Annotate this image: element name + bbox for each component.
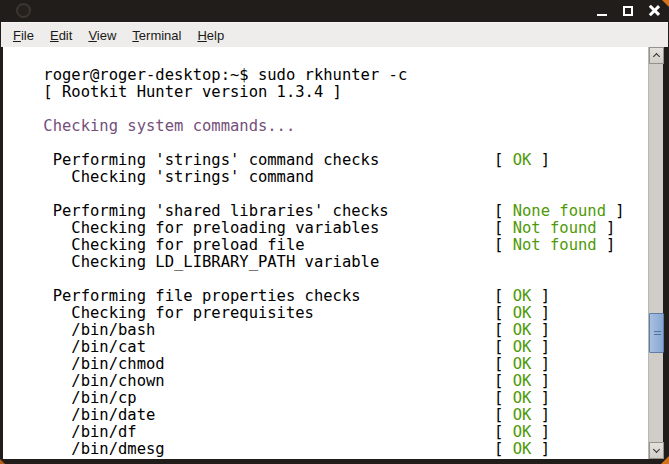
menubar: File Edit View Terminal Help <box>1 22 668 47</box>
terminal-line: /bin/dmesg [ OK ] <box>6 424 648 441</box>
terminal-line: /bin/cp [ OK ] <box>6 373 648 390</box>
bracket-close: ] <box>531 338 550 356</box>
bracket-close: ] <box>606 202 625 220</box>
menu-view[interactable]: View <box>80 25 124 46</box>
status-badge: [ OK ] <box>494 305 550 322</box>
bracket-open: [ <box>494 219 513 237</box>
status-badge: [ OK ] <box>494 424 550 441</box>
status-value: OK <box>513 423 532 441</box>
maximize-icon <box>623 6 633 16</box>
bracket-open: [ <box>494 304 513 322</box>
minimize-icon <box>597 14 607 16</box>
status-badge: [ Not found ] <box>494 237 615 254</box>
menu-help[interactable]: Help <box>189 25 232 46</box>
status-badge: [ Not found ] <box>494 220 615 237</box>
bracket-close: ] <box>531 389 550 407</box>
bracket-open: [ <box>494 338 513 356</box>
status-badge: [ OK ] <box>494 407 550 424</box>
scrollbar-thumb[interactable] <box>649 313 664 353</box>
bracket-open: [ <box>494 389 513 407</box>
close-icon <box>648 4 660 16</box>
terminal-line: Checking for preloading variables [ None… <box>6 203 648 220</box>
terminal-window: { "window": { "title": "", "controls": {… <box>0 0 669 464</box>
window-controls <box>594 0 662 22</box>
status-badge: [ OK ] <box>494 390 550 407</box>
terminal-line-text: /bin/echo <box>43 457 155 459</box>
bracket-open: [ <box>494 236 513 254</box>
status-badge: [ OK ] <box>494 339 550 356</box>
status-value: OK <box>513 389 532 407</box>
bracket-close: ] <box>597 236 616 254</box>
status-value: OK <box>513 372 532 390</box>
status-value: Not found <box>513 219 597 237</box>
status-badge: [ OK ] <box>494 322 550 339</box>
terminal-line: Performing 'strings' command checks <box>6 135 648 152</box>
bracket-close: ] <box>531 355 550 373</box>
bracket-close: ] <box>531 372 550 390</box>
bracket-close: ] <box>531 321 550 339</box>
terminal-line: /bin/cat [ OK ] <box>6 322 648 339</box>
terminal-line: /bin/df [ OK ] <box>6 407 648 424</box>
scrollbar-track[interactable] <box>648 47 663 459</box>
bracket-open: [ <box>494 321 513 339</box>
terminal-line: Checking for prerequisites [ OK ] <box>6 288 648 305</box>
status-badge: [ OK ] <box>494 441 550 458</box>
menu-file[interactable]: File <box>5 25 42 46</box>
scroll-down-button[interactable] <box>649 442 664 459</box>
chevron-down-icon <box>653 446 660 453</box>
terminal-line: /bin/bash [ OK ] <box>6 305 648 322</box>
terminal-line: Performing 'shared libraries' checks <box>6 186 648 203</box>
close-button[interactable] <box>646 3 662 19</box>
terminal-line: /bin/date [ OK ] <box>6 390 648 407</box>
bracket-open: [ <box>494 372 513 390</box>
terminal-line: Checking for preload file [ Not found ] <box>6 220 648 237</box>
bracket-open: [ <box>494 355 513 373</box>
titlebar[interactable] <box>0 0 669 22</box>
bracket-close: ] <box>597 219 616 237</box>
terminal-line: /bin/echo [ OK ] <box>6 441 648 458</box>
corner-accent <box>662 0 669 7</box>
bracket-open: [ <box>494 202 513 220</box>
menu-edit[interactable]: Edit <box>42 25 80 46</box>
menu-terminal[interactable]: Terminal <box>124 25 189 46</box>
terminal-line: Checking system commands... <box>6 101 648 118</box>
status-value: None found <box>513 202 606 220</box>
terminal-line: [ Rootkit Hunter version 1.3.4 ] <box>6 67 648 84</box>
terminal-line <box>6 118 648 135</box>
bracket-close: ] <box>531 151 550 169</box>
terminal-line <box>6 84 648 101</box>
status-badge: [ None found ] <box>494 203 625 220</box>
status-value: OK <box>513 406 532 424</box>
maximize-button[interactable] <box>620 3 636 19</box>
bracket-close: ] <box>531 304 550 322</box>
scroll-up-button[interactable] <box>649 47 664 64</box>
status-badge: [ OK ] <box>494 356 550 373</box>
bracket-close: ] <box>531 287 550 305</box>
bracket-close: ] <box>531 423 550 441</box>
terminal-line: /bin/chown [ OK ] <box>6 356 648 373</box>
status-value: OK <box>513 287 532 305</box>
terminal-output[interactable]: roger@roger-desktop:~$ sudo rkhunter -c … <box>3 47 648 459</box>
terminal-line: roger@roger-desktop:~$ sudo rkhunter -c <box>6 50 648 67</box>
terminal-line <box>6 254 648 271</box>
status-badge: [ OK ] <box>494 373 550 390</box>
bracket-close: ] <box>531 406 550 424</box>
minimize-button[interactable] <box>594 3 610 19</box>
status-value: OK <box>513 304 532 322</box>
status-value: Not found <box>513 236 597 254</box>
bracket-open: [ <box>494 423 513 441</box>
bracket-open: [ <box>494 287 513 305</box>
terminal-line: Checking LD_LIBRARY_PATH variable [ Not … <box>6 237 648 254</box>
status-badge: [ OK ] <box>494 152 550 169</box>
bracket-open: [ <box>494 406 513 424</box>
chevron-up-icon <box>653 53 660 60</box>
status-value: OK <box>513 321 532 339</box>
terminal-line: Checking 'strings' command [ OK ] <box>6 152 648 169</box>
status-value: OK <box>513 440 532 458</box>
grip-icon <box>654 331 661 336</box>
status-value: OK <box>513 355 532 373</box>
bracket-open: [ <box>494 440 513 458</box>
status-value: OK <box>513 338 532 356</box>
bracket-close: ] <box>531 440 550 458</box>
status-value: OK <box>513 151 532 169</box>
